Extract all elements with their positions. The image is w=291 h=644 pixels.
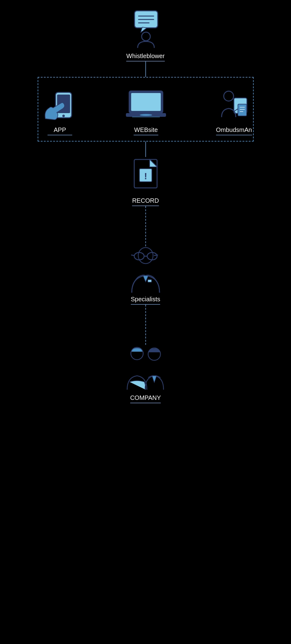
- diagram: Whistleblower APP: [0, 0, 291, 644]
- app-node: APP: [44, 89, 76, 135]
- svg-line-27: [131, 255, 134, 256]
- whistleblower-label: Whistleblower: [126, 53, 164, 61]
- record-icon: !: [129, 157, 163, 194]
- svg-point-30: [138, 248, 153, 264]
- whistleblower-icon: [127, 9, 164, 49]
- ombudsman-icon: [217, 89, 251, 123]
- website-icon: [124, 89, 168, 123]
- record-node: ! RECORD: [129, 157, 163, 206]
- app-label: APP: [48, 126, 72, 135]
- svg-rect-31: [148, 280, 152, 282]
- connector-2: [145, 142, 146, 157]
- svg-rect-16: [238, 104, 247, 116]
- svg-point-29: [137, 246, 154, 264]
- company-label: COMPANY: [130, 394, 161, 403]
- connector-1: [145, 61, 146, 77]
- svg-text:!: !: [144, 171, 147, 181]
- svg-point-15: [224, 91, 234, 101]
- svg-point-8: [62, 115, 65, 117]
- company-node: COMPANY: [121, 345, 170, 403]
- connector-3: [145, 206, 146, 246]
- specialists-icon: [126, 246, 166, 293]
- company-icon: [121, 345, 170, 391]
- ombudsman-node: OmbudsmAn: [216, 89, 252, 135]
- svg-line-28: [154, 255, 158, 256]
- whistleblower-node: Whistleblower: [126, 9, 164, 61]
- connector-4: [145, 305, 146, 345]
- svg-marker-21: [150, 159, 157, 167]
- svg-point-12: [140, 114, 152, 116]
- svg-point-5: [142, 32, 150, 41]
- website-node: WEBsite: [124, 89, 168, 135]
- ombudsman-label: OmbudsmAn: [216, 126, 252, 135]
- specialists-label: Specialists: [131, 296, 160, 305]
- svg-rect-10: [131, 93, 161, 111]
- channel-row: APP WEBsite: [38, 77, 254, 142]
- record-label: RECORD: [132, 197, 159, 206]
- app-icon: [44, 89, 76, 123]
- svg-rect-13: [132, 117, 160, 117]
- specialists-node: Specialists: [126, 246, 166, 305]
- website-label: WEBsite: [134, 126, 158, 135]
